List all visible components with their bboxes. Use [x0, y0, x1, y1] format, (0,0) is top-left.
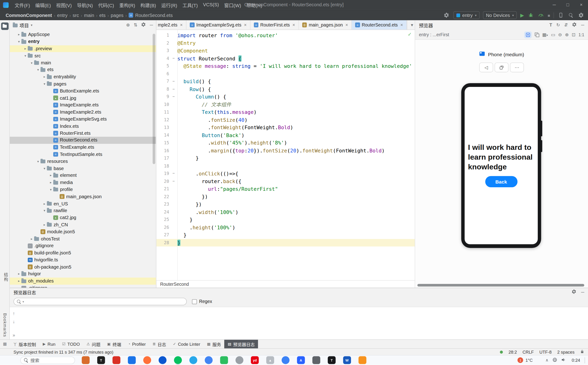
inspect-component-icon[interactable]: [524, 31, 532, 38]
taskbar-app-icon[interactable]: [358, 356, 366, 364]
menu-item[interactable]: 导航(N): [74, 0, 96, 10]
code-line[interactable]: 12 .fontSize(40): [156, 116, 415, 124]
gear-icon[interactable]: [443, 12, 450, 19]
tree-item[interactable]: ▸AppScope: [10, 31, 156, 38]
run-config-select[interactable]: entry ▾: [453, 11, 479, 19]
taskbar-app-icon[interactable]: [312, 356, 320, 364]
rotate-button[interactable]: [495, 63, 509, 72]
menu-item[interactable]: 代码(C): [96, 0, 117, 10]
taskbar-app-icon[interactable]: W: [343, 356, 351, 364]
chevron-down-icon[interactable]: ▾: [42, 167, 47, 170]
scroll-up-icon[interactable]: ↑: [13, 311, 15, 316]
gear-icon[interactable]: [572, 22, 577, 28]
layers-icon[interactable]: [535, 32, 539, 37]
hide-panel-icon[interactable]: ─: [581, 22, 584, 28]
chevron-right-icon[interactable]: ▸: [16, 272, 22, 276]
tree-item[interactable]: ▾profile: [10, 186, 156, 193]
chevron-down-icon[interactable]: ▾: [48, 188, 53, 191]
preview-device-label[interactable]: Phone (medium): [415, 51, 588, 58]
editor-tab[interactable]: {}main_pages.json×: [299, 20, 352, 29]
tree-item[interactable]: ▸.preview: [10, 45, 156, 52]
tray-expand-icon[interactable]: ∧: [545, 358, 548, 363]
taskbar-app-icon[interactable]: [113, 356, 121, 364]
network-icon[interactable]: [552, 357, 557, 363]
chevron-right-icon[interactable]: ▸: [23, 47, 28, 51]
chevron-right-icon[interactable]: ▸: [16, 33, 22, 36]
chevron-right-icon[interactable]: ▸: [42, 223, 47, 226]
refresh-icon[interactable]: ↻: [556, 22, 560, 28]
line-ending-indicator[interactable]: CRLF: [523, 350, 534, 354]
code-line[interactable]: 7− build() {: [156, 77, 415, 85]
fold-icon[interactable]: −: [170, 85, 177, 93]
code-line[interactable]: 26 .height('100%'): [156, 224, 415, 231]
project-toolwindow-icon[interactable]: [1, 22, 8, 30]
tree-item[interactable]: ▾src: [10, 52, 156, 59]
chevron-right-icon[interactable]: ▸: [42, 75, 47, 79]
breadcrumb-item[interactable]: ≡RouterSecond.ets: [127, 13, 175, 18]
toolwindow-button-todo[interactable]: ☑TODO: [59, 340, 83, 348]
tree-item[interactable]: ▸element: [10, 172, 156, 179]
taskbar-app-icon[interactable]: [205, 356, 213, 364]
collapse-all-icon[interactable]: ⇅: [134, 22, 138, 28]
volume-icon[interactable]: [561, 357, 566, 363]
code-line[interactable]: 28}: [156, 239, 415, 246]
gear-icon[interactable]: [141, 22, 146, 28]
close-icon[interactable]: ×: [400, 22, 403, 28]
chevron-right-icon[interactable]: ▸: [48, 174, 53, 177]
code-line[interactable]: 17 }: [156, 154, 415, 162]
indent-indicator[interactable]: 2 spaces: [557, 350, 574, 354]
code-line[interactable]: 21 url:"pages/RouterFirst": [156, 185, 415, 193]
taskbar-app-icon[interactable]: yd: [251, 356, 259, 364]
taskbar-search[interactable]: 搜索: [20, 356, 75, 364]
taskbar-app-icon[interactable]: [128, 356, 136, 364]
toolwindow-button-warning[interactable]: ⚠问题: [83, 340, 104, 348]
code-line[interactable]: 4−struct RouterSecond {: [156, 55, 415, 62]
menu-item[interactable]: 视图(V): [53, 0, 74, 10]
inspections-ok-icon[interactable]: ✓: [408, 31, 412, 37]
sort-icon[interactable]: ⇵: [564, 22, 568, 28]
log-output[interactable]: [18, 307, 588, 339]
code-line[interactable]: 6: [156, 70, 415, 77]
frame-icon[interactable]: ▭: [551, 32, 555, 37]
breadcrumb-item[interactable]: ets: [97, 13, 108, 18]
taskbar-app-icon[interactable]: [189, 356, 197, 364]
menu-item[interactable]: 文件(F): [12, 0, 33, 10]
debug-icon[interactable]: [527, 12, 534, 19]
more-actions-icon[interactable]: »: [13, 333, 15, 338]
chevron-down-icon[interactable]: ▾: [16, 40, 22, 43]
tree-item[interactable]: ≡ImageExample2.ets: [10, 108, 156, 115]
code-line[interactable]: 11 Text(this.message): [156, 108, 415, 116]
preview-horizontal-scrollbar[interactable]: [417, 284, 584, 287]
tree-item[interactable]: {}oh-package.json5: [10, 263, 156, 270]
structure-toolwindow-label[interactable]: 结构: [3, 273, 9, 282]
fold-icon[interactable]: −: [170, 93, 177, 101]
tree-item[interactable]: ≡TextExample.ets: [10, 144, 156, 151]
caret-position[interactable]: 28:2: [508, 350, 517, 354]
menu-item[interactable]: VCS(S): [201, 0, 222, 10]
gear-icon[interactable]: [572, 289, 577, 295]
toolwindow-button-terminal[interactable]: ▣终端: [104, 340, 124, 348]
tree-item[interactable]: ▾main: [10, 59, 156, 66]
tree-item[interactable]: ▸en_US: [10, 200, 156, 207]
code-line[interactable]: 15 .width('45%').height('8%'): [156, 139, 415, 147]
chevron-right-icon[interactable]: ▸: [42, 202, 47, 205]
code-line[interactable]: 18: [156, 162, 415, 170]
code-line[interactable]: 20− router.back({: [156, 177, 415, 185]
menu-item[interactable]: 窗口(W): [221, 0, 244, 10]
taskbar-app-icon[interactable]: [143, 356, 151, 364]
toolwindow-button-profiler[interactable]: ◔Profiler: [125, 340, 149, 348]
tree-item[interactable]: ▸oh_modules: [10, 277, 156, 284]
grid-view-icon[interactable]: ▦▾: [542, 32, 548, 37]
zoom-ratio[interactable]: 1:1: [579, 32, 584, 37]
tree-item[interactable]: ≡Index.ets: [10, 123, 156, 130]
code-editor[interactable]: 1import router from '@ohos.router'2@Entr…: [156, 30, 415, 280]
chevron-right-icon[interactable]: ▸: [48, 181, 53, 184]
code-line[interactable]: 9− Column() {: [156, 93, 415, 101]
close-icon[interactable]: ×: [180, 22, 183, 28]
breadcrumb-item[interactable]: entry: [55, 13, 69, 18]
preview-back-button[interactable]: Back: [485, 176, 517, 187]
tree-item[interactable]: ▾rawfile: [10, 207, 156, 214]
close-icon[interactable]: ×: [345, 22, 348, 28]
more-button[interactable]: ⋯: [510, 63, 524, 72]
taskbar-app-icon[interactable]: [174, 356, 182, 364]
